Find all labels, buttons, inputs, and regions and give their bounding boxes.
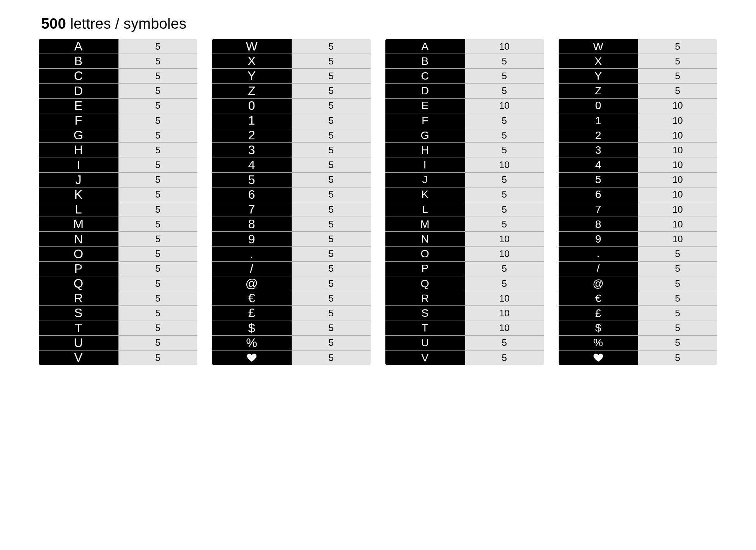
symbol-cell: T [39, 321, 118, 335]
symbol-cell: R [385, 291, 465, 305]
symbol-cell: H [39, 143, 118, 157]
count-cell: 10 [638, 113, 718, 128]
table-row: N5 [39, 232, 197, 246]
table-row: G5 [39, 128, 197, 143]
table-row: Q5 [385, 276, 544, 291]
symbol-cell: H [385, 143, 465, 157]
count-cell: 5 [638, 247, 718, 261]
count-cell: 5 [118, 262, 198, 276]
symbol-cell: G [385, 128, 465, 142]
symbol-cell: 6 [559, 187, 638, 202]
table-row: %5 [559, 336, 717, 350]
table-row: 210 [559, 128, 717, 143]
count-cell: 10 [465, 247, 544, 261]
symbol-cell: Q [385, 276, 465, 291]
symbol-cell: 6 [212, 187, 292, 202]
count-cell: 5 [292, 84, 371, 98]
table-row: O5 [39, 247, 197, 262]
table-row: U5 [385, 336, 544, 350]
table-row: 010 [559, 99, 717, 113]
symbol-cell: @ [212, 276, 292, 291]
symbol-cell: C [385, 69, 465, 83]
symbol-cell: € [212, 291, 292, 305]
table-row: C5 [385, 69, 544, 83]
table-row: V5 [385, 350, 544, 365]
count-cell: 5 [292, 350, 371, 365]
symbol-cell: F [39, 113, 118, 128]
page-title: 500 lettres / symboles [41, 16, 717, 32]
count-cell: 5 [292, 39, 371, 54]
count-cell: 5 [292, 306, 371, 320]
count-cell: 10 [638, 232, 718, 246]
symbol-cell: P [39, 262, 118, 276]
table-row: B5 [39, 54, 197, 69]
table-row: B5 [385, 54, 544, 69]
count-cell: 5 [292, 262, 371, 276]
symbol-cell: £ [212, 306, 292, 320]
table-row: D5 [385, 84, 544, 99]
count-cell: 5 [118, 128, 198, 142]
count-cell: 10 [638, 202, 718, 217]
count-cell: 5 [465, 173, 544, 187]
symbol-cell: D [39, 84, 118, 98]
table-row: C5 [39, 69, 197, 83]
count-cell: 5 [465, 54, 544, 68]
symbol-cell: K [385, 187, 465, 202]
count-cell: 10 [638, 187, 718, 202]
count-cell: 5 [118, 321, 198, 335]
count-cell: 5 [465, 113, 544, 128]
table-row: .5 [212, 247, 371, 262]
table-row: $5 [559, 321, 717, 336]
symbol-cell: 7 [212, 202, 292, 217]
table-row: A10 [385, 39, 544, 54]
table-row: 610 [559, 187, 717, 202]
count-cell: 5 [638, 276, 718, 291]
count-cell: 5 [118, 113, 198, 128]
symbol-cell: 1 [559, 113, 638, 128]
count-cell: 5 [118, 39, 198, 54]
count-cell: 5 [292, 336, 371, 350]
table-row: 75 [212, 202, 371, 217]
table-row: £5 [212, 306, 371, 321]
symbol-cell: R [39, 291, 118, 305]
symbol-cell: 4 [559, 158, 638, 172]
table-row: R5 [39, 291, 197, 306]
count-cell: 5 [465, 217, 544, 231]
count-cell: 5 [118, 54, 198, 68]
symbol-cell: % [212, 336, 292, 350]
title-count: 500 [41, 16, 66, 32]
table-row: X5 [559, 54, 717, 69]
symbol-column: W5X5Y5Z5010110210310410510610710810910.5… [559, 39, 717, 365]
count-cell: 5 [118, 276, 198, 291]
count-cell: 10 [465, 306, 544, 320]
count-cell: 5 [118, 69, 198, 83]
count-cell: 5 [292, 321, 371, 335]
table-row: K5 [385, 187, 544, 202]
count-cell: 5 [638, 69, 718, 83]
count-cell: 10 [465, 99, 544, 113]
title-rest: lettres / symboles [66, 16, 186, 32]
table-row: 510 [559, 173, 717, 187]
count-cell: 5 [638, 321, 718, 335]
count-cell: 10 [638, 99, 718, 113]
symbol-cell: Y [559, 69, 638, 83]
table-row: 5 [212, 350, 371, 365]
symbol-cell: E [39, 99, 118, 113]
symbol-cell: Q [39, 276, 118, 291]
symbol-cell: T [385, 321, 465, 335]
table-row: W5 [559, 39, 717, 54]
table-row: J5 [39, 173, 197, 187]
symbol-cell: . [559, 247, 638, 261]
table-row: 05 [212, 99, 371, 113]
symbol-cell: W [559, 39, 638, 54]
count-cell: 5 [465, 276, 544, 291]
symbol-cell: J [385, 173, 465, 187]
symbol-cell: K [39, 187, 118, 202]
count-cell: 5 [465, 187, 544, 202]
symbol-cell: I [39, 158, 118, 172]
table-row: H5 [385, 143, 544, 158]
symbol-cell: / [559, 262, 638, 276]
table-row: @5 [212, 276, 371, 291]
table-row: 85 [212, 217, 371, 232]
symbol-cell: C [39, 69, 118, 83]
